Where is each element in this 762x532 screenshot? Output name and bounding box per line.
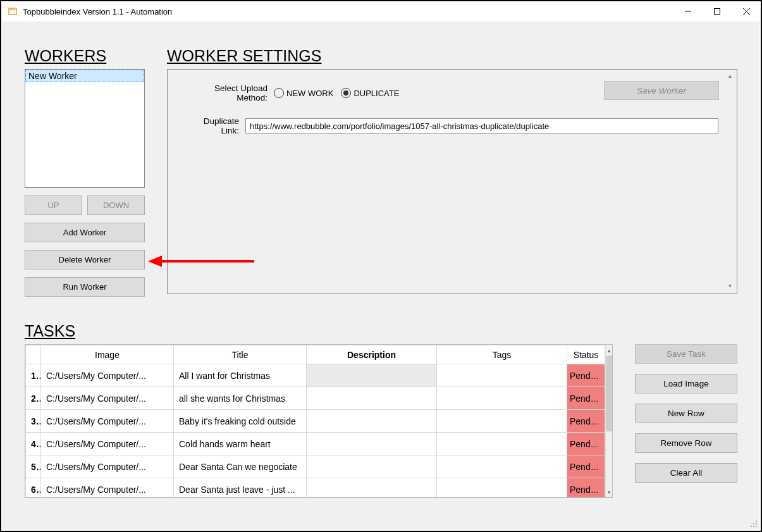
- svg-point-7: [756, 521, 757, 522]
- cell-status: Pending: [567, 387, 605, 410]
- cell-status: Pending: [567, 455, 605, 478]
- tasks-heading: TASKS: [25, 322, 737, 340]
- svg-point-11: [753, 526, 754, 527]
- remove-row-button[interactable]: Remove Row: [635, 433, 737, 453]
- save-task-button[interactable]: Save Task: [635, 344, 737, 364]
- cell-description[interactable]: [307, 478, 437, 498]
- titlebar: Topbubbleindex Version 1.1 - Automation: [1, 1, 761, 22]
- cell-status: Pending: [567, 478, 605, 498]
- cell-title[interactable]: all she wants for Christmas: [174, 387, 307, 410]
- svg-rect-2: [715, 9, 720, 15]
- row-number: 5: [26, 455, 41, 478]
- cell-title[interactable]: All I want for Christmas: [174, 364, 307, 387]
- row-number: 6: [26, 478, 41, 498]
- cell-status: Pending: [567, 433, 605, 455]
- resize-grip-icon[interactable]: [749, 519, 758, 528]
- cell-tags[interactable]: [437, 364, 567, 387]
- load-image-button[interactable]: Load Image: [635, 374, 737, 393]
- row-number: 1: [26, 364, 41, 387]
- app-icon: [8, 6, 18, 16]
- scroll-down-icon[interactable]: ▾: [725, 282, 734, 291]
- cell-tags[interactable]: [437, 478, 567, 498]
- cell-image[interactable]: C:/Users/My Computer/...: [41, 410, 174, 433]
- col-tags[interactable]: Tags: [437, 345, 567, 364]
- cell-description[interactable]: [307, 364, 437, 387]
- settings-panel: ▴ ▾ Save Worker Select Upload Method: NE…: [167, 69, 737, 294]
- cell-image[interactable]: C:/Users/My Computer/...: [41, 433, 174, 455]
- workers-list[interactable]: New Worker: [25, 69, 145, 188]
- col-image[interactable]: Image: [41, 345, 174, 364]
- close-button[interactable]: [732, 1, 761, 22]
- scroll-up-icon[interactable]: ▴: [606, 345, 612, 356]
- workers-list-item[interactable]: New Worker: [25, 70, 144, 82]
- cell-tags[interactable]: [437, 410, 567, 433]
- add-worker-button[interactable]: Add Worker: [25, 223, 145, 242]
- radio-icon: [274, 88, 284, 98]
- cell-status: Pending: [567, 410, 605, 433]
- row-number: 3: [26, 410, 41, 433]
- table-row[interactable]: 1C:/Users/My Computer/...All I want for …: [26, 364, 605, 387]
- svg-point-9: [756, 523, 757, 524]
- col-description[interactable]: Description: [307, 345, 437, 364]
- save-worker-button[interactable]: Save Worker: [604, 81, 719, 100]
- cell-status: Pending: [567, 364, 605, 387]
- svg-point-12: [756, 526, 757, 527]
- cell-description[interactable]: [307, 433, 437, 455]
- scroll-up-icon[interactable]: ▴: [725, 72, 734, 81]
- svg-point-8: [753, 523, 754, 524]
- tasks-scrollbar[interactable]: ▴ ▾: [605, 345, 612, 497]
- table-row[interactable]: 3C:/Users/My Computer/...Baby it's freak…: [26, 410, 605, 433]
- radio-duplicate[interactable]: DUPLICATE: [341, 88, 399, 98]
- cell-title[interactable]: Dear Santa Can we negociate: [174, 455, 307, 478]
- new-row-button[interactable]: New Row: [635, 404, 737, 423]
- cell-title[interactable]: Baby it's freaking cold outside: [174, 410, 307, 433]
- duplicate-link-label: Duplicate Link:: [185, 116, 245, 135]
- cell-image[interactable]: C:/Users/My Computer/...: [41, 364, 174, 387]
- table-row[interactable]: 4C:/Users/My Computer/...Cold hands warm…: [26, 433, 605, 455]
- workers-heading: WORKERS: [25, 47, 145, 65]
- run-worker-button[interactable]: Run Worker: [25, 277, 145, 297]
- cell-title[interactable]: Dear Santa just leave - just ...: [174, 478, 307, 498]
- table-row[interactable]: 2C:/Users/My Computer/...all she wants f…: [26, 387, 605, 410]
- row-number: 2: [26, 387, 41, 410]
- tasks-table[interactable]: Image Title Description Tags Status 1C:/…: [25, 344, 613, 498]
- col-status[interactable]: Status: [567, 345, 605, 364]
- cell-tags[interactable]: [437, 433, 567, 455]
- cell-image[interactable]: C:/Users/My Computer/...: [41, 478, 174, 498]
- cell-image[interactable]: C:/Users/My Computer/...: [41, 387, 174, 410]
- table-row[interactable]: 6C:/Users/My Computer/...Dear Santa just…: [26, 478, 605, 498]
- upload-method-label: Select Upload Method:: [185, 84, 274, 102]
- cell-description[interactable]: [307, 410, 437, 433]
- settings-heading: WORKER SETTINGS: [167, 47, 737, 65]
- svg-point-10: [751, 526, 752, 527]
- clear-all-button[interactable]: Clear All: [635, 463, 737, 483]
- col-title[interactable]: Title: [174, 345, 307, 364]
- maximize-button[interactable]: [703, 1, 732, 22]
- cell-description[interactable]: [307, 387, 437, 410]
- cell-title[interactable]: Cold hands warm heart: [174, 433, 307, 455]
- delete-worker-button[interactable]: Delete Worker: [25, 250, 145, 269]
- window-title: Topbubbleindex Version 1.1 - Automation: [23, 7, 172, 16]
- down-button[interactable]: DOWN: [87, 195, 145, 215]
- cell-description[interactable]: [307, 455, 437, 478]
- duplicate-link-input[interactable]: [245, 118, 718, 133]
- scroll-thumb[interactable]: [606, 356, 612, 431]
- cell-tags[interactable]: [437, 387, 567, 410]
- corner-cell: [26, 345, 41, 364]
- radio-icon: [341, 88, 351, 98]
- row-number: 4: [26, 433, 41, 455]
- cell-tags[interactable]: [437, 455, 567, 478]
- scroll-down-icon[interactable]: ▾: [606, 486, 612, 497]
- radio-new-work[interactable]: NEW WORK: [274, 88, 333, 98]
- cell-image[interactable]: C:/Users/My Computer/...: [41, 455, 174, 478]
- table-row[interactable]: 5C:/Users/My Computer/...Dear Santa Can …: [26, 455, 605, 478]
- minimize-button[interactable]: [673, 1, 703, 22]
- up-button[interactable]: UP: [25, 195, 82, 215]
